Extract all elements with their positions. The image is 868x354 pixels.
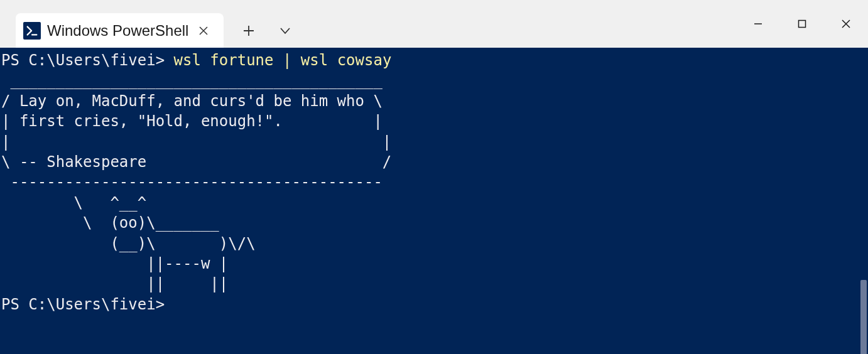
output-line: ________________________________________… <box>1 72 382 89</box>
svg-rect-0 <box>799 20 806 27</box>
window-controls <box>736 6 868 41</box>
prompt-line-2: PS C:\Users\fivei> <box>1 296 165 313</box>
command-text: wsl fortune | wsl cowsay <box>174 51 392 69</box>
titlebar: Windows PowerShell <box>0 0 868 48</box>
new-tab-button[interactable] <box>239 21 258 40</box>
terminal-pane[interactable]: PS C:\Users\fivei> wsl fortune | wsl cow… <box>0 48 868 354</box>
output-line: / Lay on, MacDuff, and curs'd be him who… <box>1 92 382 110</box>
output-line: | | <box>1 133 391 151</box>
tab-powershell[interactable]: Windows PowerShell <box>16 13 224 48</box>
output-line: (__)\ )\/\ <box>1 235 256 252</box>
terminal-scrollbar[interactable] <box>860 280 867 354</box>
output-line: || || <box>1 275 228 292</box>
output-line: ----------------------------------------… <box>1 173 382 191</box>
tab-dropdown-button[interactable] <box>276 21 295 40</box>
minimize-button[interactable] <box>736 6 780 41</box>
output-line: ||----w | <box>1 255 228 272</box>
prompt-line-1: PS C:\Users\fivei> <box>1 51 174 69</box>
powershell-icon <box>23 22 41 40</box>
output-line: | first cries, "Hold, enough!". | <box>1 112 382 130</box>
output-line: \ (oo)\_______ <box>1 214 219 232</box>
maximize-button[interactable] <box>780 6 824 41</box>
tab-actions <box>239 13 295 48</box>
close-window-button[interactable] <box>824 6 868 41</box>
tab-close-button[interactable] <box>195 22 212 40</box>
output-line: \ ^__^ <box>1 194 146 212</box>
tab-title: Windows PowerShell <box>47 22 188 40</box>
output-line: \ -- Shakespeare / <box>1 153 391 171</box>
